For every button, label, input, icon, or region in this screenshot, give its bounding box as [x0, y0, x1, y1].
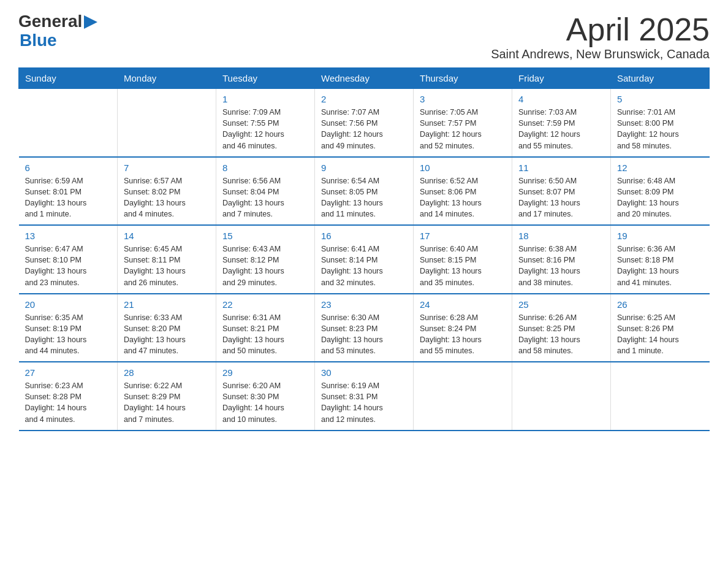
calendar-title: April 2025: [491, 12, 710, 47]
day-info: Sunrise: 6:33 AM Sunset: 8:20 PM Dayligh…: [124, 312, 210, 357]
day-info: Sunrise: 6:43 AM Sunset: 8:12 PM Dayligh…: [222, 243, 308, 288]
calendar-cell: 21Sunrise: 6:33 AM Sunset: 8:20 PM Dayli…: [118, 294, 216, 362]
calendar-cell: 30Sunrise: 6:19 AM Sunset: 8:31 PM Dayli…: [315, 362, 414, 431]
day-info: Sunrise: 6:56 AM Sunset: 8:04 PM Dayligh…: [222, 175, 308, 220]
calendar-cell: 25Sunrise: 6:26 AM Sunset: 8:25 PM Dayli…: [512, 294, 611, 362]
day-header-wednesday: Wednesday: [315, 68, 414, 89]
day-info: Sunrise: 6:40 AM Sunset: 8:15 PM Dayligh…: [420, 243, 506, 288]
page-header: General Blue April 2025 Saint Andrews, N…: [18, 12, 710, 61]
calendar-cell: 9Sunrise: 6:54 AM Sunset: 8:05 PM Daylig…: [315, 157, 414, 226]
day-number: 17: [420, 231, 506, 241]
day-number: 28: [124, 367, 210, 378]
day-info: Sunrise: 7:09 AM Sunset: 7:55 PM Dayligh…: [222, 107, 308, 151]
day-info: Sunrise: 6:57 AM Sunset: 8:02 PM Dayligh…: [124, 175, 210, 220]
day-header-thursday: Thursday: [414, 68, 512, 89]
day-number: 23: [321, 299, 407, 310]
day-number: 24: [420, 299, 506, 310]
day-number: 22: [222, 299, 308, 310]
calendar-cell: 8Sunrise: 6:56 AM Sunset: 8:04 PM Daylig…: [216, 157, 315, 226]
day-header-tuesday: Tuesday: [216, 68, 315, 89]
calendar-cell: 11Sunrise: 6:50 AM Sunset: 8:07 PM Dayli…: [512, 157, 611, 226]
day-info: Sunrise: 6:54 AM Sunset: 8:05 PM Dayligh…: [321, 175, 407, 220]
day-info: Sunrise: 6:28 AM Sunset: 8:24 PM Dayligh…: [420, 312, 506, 357]
day-number: 8: [222, 163, 308, 173]
day-info: Sunrise: 6:31 AM Sunset: 8:21 PM Dayligh…: [222, 312, 308, 357]
day-number: 12: [617, 163, 703, 173]
day-number: 19: [617, 231, 703, 241]
calendar-body: 1Sunrise: 7:09 AM Sunset: 7:55 PM Daylig…: [19, 89, 710, 431]
day-number: 10: [420, 163, 506, 173]
calendar-header: SundayMondayTuesdayWednesdayThursdayFrid…: [19, 68, 710, 89]
day-number: 26: [617, 299, 703, 310]
calendar-cell: 18Sunrise: 6:38 AM Sunset: 8:16 PM Dayli…: [512, 225, 611, 294]
day-number: 29: [222, 367, 308, 378]
calendar-cell: 23Sunrise: 6:30 AM Sunset: 8:23 PM Dayli…: [315, 294, 414, 362]
calendar-cell: [414, 362, 512, 431]
day-info: Sunrise: 6:47 AM Sunset: 8:10 PM Dayligh…: [25, 243, 112, 288]
day-info: Sunrise: 7:03 AM Sunset: 7:59 PM Dayligh…: [518, 107, 604, 151]
calendar-cell: [611, 362, 710, 431]
calendar-cell: 5Sunrise: 7:01 AM Sunset: 8:00 PM Daylig…: [611, 89, 710, 157]
calendar-subtitle: Saint Andrews, New Brunswick, Canada: [491, 47, 710, 61]
calendar-cell: 3Sunrise: 7:05 AM Sunset: 7:57 PM Daylig…: [414, 89, 512, 157]
calendar-cell: 12Sunrise: 6:48 AM Sunset: 8:09 PM Dayli…: [611, 157, 710, 226]
day-info: Sunrise: 6:22 AM Sunset: 8:29 PM Dayligh…: [124, 380, 210, 425]
calendar-cell: 7Sunrise: 6:57 AM Sunset: 8:02 PM Daylig…: [118, 157, 216, 226]
day-number: 4: [518, 94, 604, 104]
day-info: Sunrise: 7:01 AM Sunset: 8:00 PM Dayligh…: [617, 107, 703, 151]
calendar-cell: 27Sunrise: 6:23 AM Sunset: 8:28 PM Dayli…: [19, 362, 118, 431]
day-number: 3: [420, 94, 506, 104]
calendar-cell: [512, 362, 611, 431]
day-number: 21: [124, 299, 210, 310]
day-info: Sunrise: 6:41 AM Sunset: 8:14 PM Dayligh…: [321, 243, 407, 288]
day-number: 2: [321, 94, 407, 104]
week-row-2: 6Sunrise: 6:59 AM Sunset: 8:01 PM Daylig…: [19, 157, 710, 226]
day-header-row: SundayMondayTuesdayWednesdayThursdayFrid…: [19, 68, 710, 89]
calendar-cell: 22Sunrise: 6:31 AM Sunset: 8:21 PM Dayli…: [216, 294, 315, 362]
svg-marker-0: [84, 15, 97, 29]
calendar-cell: 10Sunrise: 6:52 AM Sunset: 8:06 PM Dayli…: [414, 157, 512, 226]
day-header-saturday: Saturday: [611, 68, 710, 89]
day-number: 16: [321, 231, 407, 241]
calendar-cell: 6Sunrise: 6:59 AM Sunset: 8:01 PM Daylig…: [19, 157, 118, 226]
day-info: Sunrise: 6:19 AM Sunset: 8:31 PM Dayligh…: [321, 380, 407, 425]
calendar-cell: 15Sunrise: 6:43 AM Sunset: 8:12 PM Dayli…: [216, 225, 315, 294]
day-info: Sunrise: 6:23 AM Sunset: 8:28 PM Dayligh…: [25, 380, 112, 425]
day-info: Sunrise: 7:07 AM Sunset: 7:56 PM Dayligh…: [321, 107, 407, 151]
day-number: 20: [25, 299, 112, 310]
week-row-4: 20Sunrise: 6:35 AM Sunset: 8:19 PM Dayli…: [19, 294, 710, 362]
logo-text-blue: Blue: [20, 31, 97, 50]
logo: General Blue: [18, 12, 97, 50]
day-header-sunday: Sunday: [19, 68, 118, 89]
day-info: Sunrise: 6:59 AM Sunset: 8:01 PM Dayligh…: [25, 175, 112, 220]
day-number: 14: [124, 231, 210, 241]
calendar-cell: 19Sunrise: 6:36 AM Sunset: 8:18 PM Dayli…: [611, 225, 710, 294]
day-number: 7: [124, 163, 210, 173]
day-header-friday: Friday: [512, 68, 611, 89]
calendar-cell: 28Sunrise: 6:22 AM Sunset: 8:29 PM Dayli…: [118, 362, 216, 431]
day-info: Sunrise: 6:25 AM Sunset: 8:26 PM Dayligh…: [617, 312, 703, 357]
day-info: Sunrise: 6:30 AM Sunset: 8:23 PM Dayligh…: [321, 312, 407, 357]
logo-text-general: General: [18, 12, 82, 31]
week-row-3: 13Sunrise: 6:47 AM Sunset: 8:10 PM Dayli…: [19, 225, 710, 294]
day-number: 5: [617, 94, 703, 104]
week-row-5: 27Sunrise: 6:23 AM Sunset: 8:28 PM Dayli…: [19, 362, 710, 431]
day-info: Sunrise: 6:35 AM Sunset: 8:19 PM Dayligh…: [25, 312, 112, 357]
day-info: Sunrise: 7:05 AM Sunset: 7:57 PM Dayligh…: [420, 107, 506, 151]
day-info: Sunrise: 6:36 AM Sunset: 8:18 PM Dayligh…: [617, 243, 703, 288]
day-number: 25: [518, 299, 604, 310]
day-number: 11: [518, 163, 604, 173]
day-info: Sunrise: 6:48 AM Sunset: 8:09 PM Dayligh…: [617, 175, 703, 220]
calendar-cell: 26Sunrise: 6:25 AM Sunset: 8:26 PM Dayli…: [611, 294, 710, 362]
day-number: 6: [25, 163, 112, 173]
calendar-cell: 1Sunrise: 7:09 AM Sunset: 7:55 PM Daylig…: [216, 89, 315, 157]
calendar-cell: 20Sunrise: 6:35 AM Sunset: 8:19 PM Dayli…: [19, 294, 118, 362]
day-number: 27: [25, 367, 112, 378]
calendar-cell: 14Sunrise: 6:45 AM Sunset: 8:11 PM Dayli…: [118, 225, 216, 294]
calendar-cell: [19, 89, 118, 157]
title-block: April 2025 Saint Andrews, New Brunswick,…: [491, 12, 710, 61]
calendar-cell: 16Sunrise: 6:41 AM Sunset: 8:14 PM Dayli…: [315, 225, 414, 294]
calendar-cell: 13Sunrise: 6:47 AM Sunset: 8:10 PM Dayli…: [19, 225, 118, 294]
day-info: Sunrise: 6:52 AM Sunset: 8:06 PM Dayligh…: [420, 175, 506, 220]
day-number: 18: [518, 231, 604, 241]
